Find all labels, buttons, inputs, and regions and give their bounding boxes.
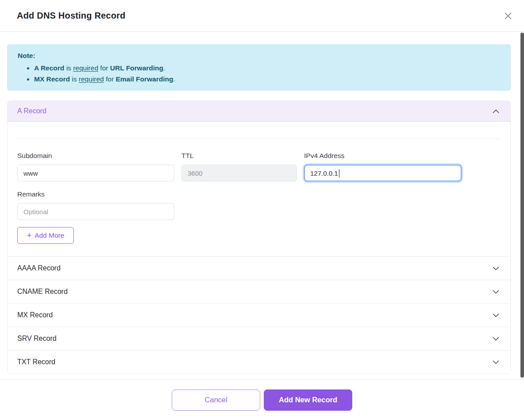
a-record-header-label: A Record — [17, 107, 46, 115]
add-new-record-button[interactable]: Add New Record — [264, 389, 352, 411]
accordion-header-cname-record[interactable]: CNAME Record — [8, 280, 510, 303]
close-button[interactable] — [502, 10, 514, 22]
remarks-field-group: Remarks — [17, 190, 174, 220]
chevron-up-icon — [493, 109, 499, 113]
note-box: Note: A Record is required for URL Forwa… — [7, 44, 511, 91]
note-list: A Record is required for URL Forwarding.… — [18, 62, 500, 85]
ipv4-field-group: IPv4 Address 127.0.0.1 — [304, 152, 462, 181]
remarks-input[interactable] — [17, 203, 174, 220]
add-more-button[interactable]: + Add More — [17, 227, 74, 244]
plus-icon: + — [27, 231, 32, 239]
remarks-label: Remarks — [17, 190, 174, 198]
accordion-header-txt-record[interactable]: TXT Record — [8, 350, 510, 374]
ttl-label: TTL — [181, 152, 297, 160]
close-icon — [504, 12, 512, 20]
dialog-title: Add DNS Hosting Record — [17, 11, 126, 21]
chevron-down-icon — [493, 313, 499, 317]
add-more-label: Add More — [35, 231, 64, 239]
chevron-down-icon — [493, 360, 499, 364]
accordion-header-aaaa-record[interactable]: AAAA Record — [8, 256, 510, 280]
ttl-input — [181, 165, 297, 181]
divider — [17, 139, 501, 139]
add-dns-record-dialog: Add DNS Hosting Record Note: A Record is… — [0, 0, 524, 420]
a-record-panel: Subdomain TTL IPv4 Address 127.0.0.1 — [8, 139, 510, 256]
ipv4-label: IPv4 Address — [304, 152, 462, 160]
chevron-down-icon — [493, 337, 499, 341]
chevron-down-icon — [493, 290, 499, 294]
record-type-accordion: A Record Subdomain — [7, 100, 511, 374]
dialog-body: Note: A Record is required for URL Forwa… — [0, 32, 524, 379]
subdomain-label: Subdomain — [17, 152, 174, 160]
accordion-header-mx-record[interactable]: MX Record — [8, 303, 510, 327]
dialog-header: Add DNS Hosting Record — [0, 0, 524, 32]
note-item-mx-record: MX Record is required for Email Forwardi… — [34, 73, 500, 85]
note-item-a-record: A Record is required for URL Forwarding. — [34, 62, 500, 73]
ipv4-value: 127.0.0.1 — [310, 170, 338, 177]
chevron-down-icon — [493, 266, 499, 270]
accordion-header-srv-record[interactable]: SRV Record — [8, 327, 510, 350]
dialog-footer: Cancel Add New Record — [0, 379, 524, 420]
scrollbar[interactable] — [520, 32, 524, 379]
scrollbar-thumb[interactable] — [520, 33, 524, 378]
subdomain-input[interactable] — [17, 165, 174, 181]
cancel-button[interactable]: Cancel — [172, 389, 260, 411]
accordion-header-a-record[interactable]: A Record — [8, 101, 510, 122]
ipv4-input[interactable]: 127.0.0.1 — [304, 165, 462, 181]
note-heading: Note: — [18, 52, 500, 60]
ttl-field-group: TTL — [181, 152, 297, 181]
subdomain-field-group: Subdomain — [17, 152, 174, 181]
text-cursor — [339, 169, 340, 177]
